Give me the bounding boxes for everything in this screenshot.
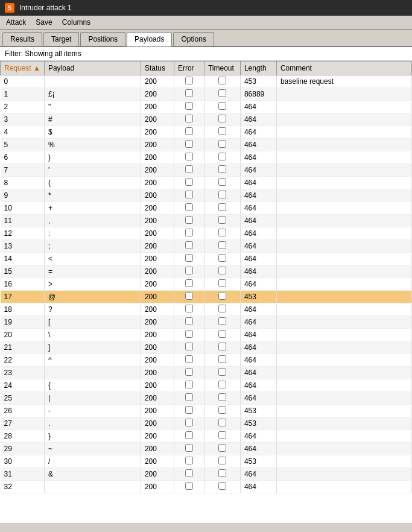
cell-timeout[interactable] <box>204 164 240 177</box>
cell-timeout[interactable] <box>204 227 240 240</box>
table-row[interactable]: 21 ] 200 464 <box>1 341 412 354</box>
col-header-status[interactable]: Status <box>141 62 174 75</box>
cell-timeout[interactable] <box>204 202 240 215</box>
cell-timeout[interactable] <box>204 379 240 392</box>
cell-timeout[interactable] <box>204 177 240 189</box>
cell-timeout[interactable] <box>204 455 240 468</box>
cell-timeout[interactable] <box>204 392 240 405</box>
cell-error[interactable] <box>174 139 204 151</box>
table-row[interactable]: 13 ; 200 464 <box>1 240 412 253</box>
menu-columns[interactable]: Columns <box>59 17 94 28</box>
table-row[interactable]: 26 - 200 453 <box>1 405 412 417</box>
cell-error[interactable] <box>174 227 204 240</box>
cell-timeout[interactable] <box>204 88 240 101</box>
cell-error[interactable] <box>174 443 204 455</box>
tab-target[interactable]: Target <box>43 32 79 46</box>
cell-timeout[interactable] <box>204 278 240 291</box>
table-row[interactable]: 29 ~ 200 464 <box>1 443 412 455</box>
cell-error[interactable] <box>174 468 204 481</box>
cell-error[interactable] <box>174 189 204 202</box>
table-row[interactable]: 8 ( 200 464 <box>1 177 412 189</box>
cell-error[interactable] <box>174 75 204 88</box>
cell-timeout[interactable] <box>204 215 240 227</box>
col-header-timeout[interactable]: Timeout <box>204 62 240 75</box>
table-row[interactable]: 25 | 200 464 <box>1 392 412 405</box>
cell-timeout[interactable] <box>204 126 240 139</box>
col-header-payload[interactable]: Payload <box>44 62 141 75</box>
table-row[interactable]: 27 . 200 453 <box>1 417 412 430</box>
cell-timeout[interactable] <box>204 151 240 164</box>
cell-timeout[interactable] <box>204 303 240 316</box>
col-header-comment[interactable]: Comment <box>276 62 411 75</box>
cell-error[interactable] <box>174 481 204 493</box>
cell-timeout[interactable] <box>204 75 240 88</box>
cell-error[interactable] <box>174 177 204 189</box>
cell-error[interactable] <box>174 126 204 139</box>
table-row[interactable]: 5 % 200 464 <box>1 139 412 151</box>
cell-error[interactable] <box>174 113 204 126</box>
table-row[interactable]: 30 / 200 453 <box>1 455 412 468</box>
table-row[interactable]: 7 ' 200 464 <box>1 164 412 177</box>
cell-timeout[interactable] <box>204 291 240 303</box>
cell-error[interactable] <box>174 392 204 405</box>
table-row[interactable]: 31 & 200 464 <box>1 468 412 481</box>
table-row[interactable]: 14 < 200 464 <box>1 253 412 265</box>
cell-timeout[interactable] <box>204 341 240 354</box>
table-row[interactable]: 2 " 200 464 <box>1 101 412 113</box>
table-row[interactable]: 24 { 200 464 <box>1 379 412 392</box>
table-row[interactable]: 20 \ 200 464 <box>1 329 412 341</box>
cell-error[interactable] <box>174 253 204 265</box>
cell-error[interactable] <box>174 430 204 443</box>
cell-timeout[interactable] <box>204 265 240 278</box>
tab-positions[interactable]: Positions <box>80 32 125 46</box>
cell-error[interactable] <box>174 354 204 367</box>
table-row[interactable]: 3 # 200 464 <box>1 113 412 126</box>
table-row[interactable]: 23 200 464 <box>1 367 412 379</box>
table-row[interactable]: 6 ) 200 464 <box>1 151 412 164</box>
cell-error[interactable] <box>174 202 204 215</box>
tab-results[interactable]: Results <box>2 32 42 46</box>
cell-timeout[interactable] <box>204 430 240 443</box>
cell-error[interactable] <box>174 316 204 329</box>
menu-save[interactable]: Save <box>32 17 55 28</box>
table-row[interactable]: 18 ? 200 464 <box>1 303 412 316</box>
cell-error[interactable] <box>174 278 204 291</box>
col-header-length[interactable]: Length <box>240 62 276 75</box>
table-row[interactable]: 9 * 200 464 <box>1 189 412 202</box>
table-row[interactable]: 28 } 200 464 <box>1 430 412 443</box>
cell-error[interactable] <box>174 265 204 278</box>
cell-timeout[interactable] <box>204 253 240 265</box>
col-header-error[interactable]: Error <box>174 62 204 75</box>
cell-timeout[interactable] <box>204 405 240 417</box>
cell-error[interactable] <box>174 455 204 468</box>
table-row[interactable]: 16 > 200 464 <box>1 278 412 291</box>
tab-options[interactable]: Options <box>173 32 214 46</box>
menu-attack[interactable]: Attack <box>2 17 30 28</box>
table-row[interactable]: 11 , 200 464 <box>1 215 412 227</box>
cell-error[interactable] <box>174 417 204 430</box>
cell-error[interactable] <box>174 329 204 341</box>
cell-timeout[interactable] <box>204 417 240 430</box>
cell-error[interactable] <box>174 291 204 303</box>
table-row[interactable]: 1 £¡ 200 86889 <box>1 88 412 101</box>
cell-timeout[interactable] <box>204 443 240 455</box>
table-row[interactable]: 10 + 200 464 <box>1 202 412 215</box>
table-row[interactable]: 4 $ 200 464 <box>1 126 412 139</box>
cell-error[interactable] <box>174 379 204 392</box>
cell-timeout[interactable] <box>204 329 240 341</box>
col-header-request[interactable]: Request ▲ <box>1 62 45 75</box>
table-row[interactable]: 22 ^ 200 464 <box>1 354 412 367</box>
cell-error[interactable] <box>174 303 204 316</box>
table-row[interactable]: 12 : 200 464 <box>1 227 412 240</box>
table-row[interactable]: 0 200 453 baseline request <box>1 75 412 88</box>
cell-error[interactable] <box>174 215 204 227</box>
cell-timeout[interactable] <box>204 113 240 126</box>
cell-timeout[interactable] <box>204 139 240 151</box>
cell-error[interactable] <box>174 367 204 379</box>
cell-timeout[interactable] <box>204 101 240 113</box>
cell-timeout[interactable] <box>204 316 240 329</box>
cell-timeout[interactable] <box>204 367 240 379</box>
cell-error[interactable] <box>174 405 204 417</box>
table-row[interactable]: 19 [ 200 464 <box>1 316 412 329</box>
cell-error[interactable] <box>174 88 204 101</box>
